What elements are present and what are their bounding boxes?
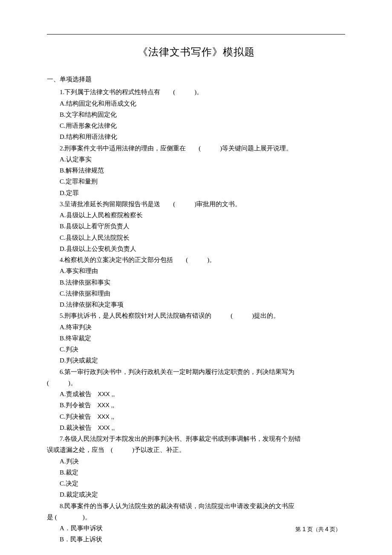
q2-option-c: C.定罪和量刑 <box>47 176 345 187</box>
q6-b-pre: B.判令被告 <box>60 402 98 408</box>
q5-option-a: A.终审判决 <box>47 322 345 333</box>
document-title: 《法律文书写作》模拟题 <box>47 43 345 61</box>
q6-a-pre: A.责成被告 <box>60 391 98 397</box>
q6-stem-line1: 6.第一审行政判决书中，判决行政机关在一定时期内履行法定职责的，判决结果写为 <box>47 366 345 377</box>
q4-stem: 4.检察机关的立案决定书的正文部分包括 ( )。 <box>47 254 345 265</box>
top-rule <box>47 34 345 35</box>
q3-option-b: B.县级以上看守所负责人 <box>47 221 345 232</box>
footer-mid: 页（共 <box>306 526 325 532</box>
q6-d-xxx: XXX ,, <box>98 424 115 431</box>
q2-option-a: A.认定事实 <box>47 154 345 165</box>
q6-c-xxx: XXX ,, <box>98 413 115 420</box>
q5-stem: 5.刑事抗诉书，是人民检察院针对人民法院确有错误的 ( )提出的。 <box>47 310 345 321</box>
q7-stem-line2: 误或遗漏之处，应当 ( )予以改正、补正。 <box>47 444 345 455</box>
q7-option-d: D.裁定或决定 <box>47 489 345 500</box>
q6-option-a: A.责成被告 XXX ,, <box>47 388 345 400</box>
q3-stem: 3.呈请批准延长拘留期限报告书是送 ( )审批用的文书。 <box>47 198 345 210</box>
footer-pre: 第 <box>295 526 302 532</box>
page: 《法律文书写作》模拟题 一、单项选择题 1.下列属于法律文书的程式性特点有 ( … <box>0 0 392 555</box>
q6-option-c: C.判决被告 XXX ,, <box>47 411 345 422</box>
q8-stem-line2: 是 ( )。 <box>47 512 345 523</box>
q6-option-b: B.判令被告 XXX ,, <box>47 400 345 411</box>
q5-option-d: D.判决或裁定 <box>47 355 345 366</box>
q6-b-xxx: XXX ,, <box>98 402 115 408</box>
footer-total-pages: 4 <box>325 526 329 532</box>
q5-option-c: C.判决 <box>47 344 345 355</box>
q8-stem-line1: 8.民事案件的当事人认为法院生效的裁决有错误，向法院提出申请改变裁决的文书应 <box>47 500 345 512</box>
page-footer: 第 1 页（共 4 页） <box>295 524 341 535</box>
q6-a-xxx: XXX ,, <box>98 391 115 397</box>
q4-option-d: D.法律依据和决定事项 <box>47 299 345 310</box>
q1-option-a: A.结构固定化和用语成文化 <box>47 98 345 109</box>
q6-option-d: D.裁决被告 XXX ,, <box>47 422 345 433</box>
q2-stem: 2.刑事案件文书中适用法律的理由，应侧重在 ( )等关键问题上展开说理。 <box>47 143 345 154</box>
q4-option-a: A.事实和理由 <box>47 265 345 276</box>
q8-option-b: B．民事上诉状 <box>47 534 345 545</box>
q2-option-b: B.解释法律规范 <box>47 165 345 176</box>
q7-option-a: A.判决 <box>47 456 345 467</box>
q5-option-b: B.终审裁定 <box>47 333 345 344</box>
q7-stem-line1: 7.各级人民法院对于本院发出的刑事判决书、刑事裁定书或刑事调解书，发现有个别错 <box>47 433 345 444</box>
q4-option-b: B.法律依据和事实 <box>47 277 345 288</box>
q7-option-c: C.决定 <box>47 478 345 489</box>
q2-option-d: D.定罪 <box>47 187 345 198</box>
q3-option-a: A.县级以上人民检察院检察长 <box>47 210 345 221</box>
footer-post: 页） <box>329 526 341 532</box>
q6-c-pre: C.判决被告 <box>60 413 98 420</box>
q6-stem-line2: ( )。 <box>47 377 345 388</box>
q1-option-c: C.用语形象化法律化 <box>47 120 345 131</box>
q1-option-d: D.结构和用语法律化 <box>47 131 345 142</box>
q4-option-c: C.法律依据和理由 <box>47 288 345 299</box>
section-1-heading: 一、单项选择题 <box>47 74 345 85</box>
q1-stem: 1.下列属于法律文书的程式性特点有 ( )。 <box>47 86 345 98</box>
q3-option-d: D.县级以上公安机关负责人 <box>47 243 345 254</box>
q3-option-c: C.县级以上人民法院院长 <box>47 232 345 243</box>
q6-d-pre: D.裁决被告 <box>60 424 98 431</box>
q1-option-b: B.文字和结构固定化 <box>47 109 345 120</box>
q7-option-b: B.裁定 <box>47 467 345 478</box>
